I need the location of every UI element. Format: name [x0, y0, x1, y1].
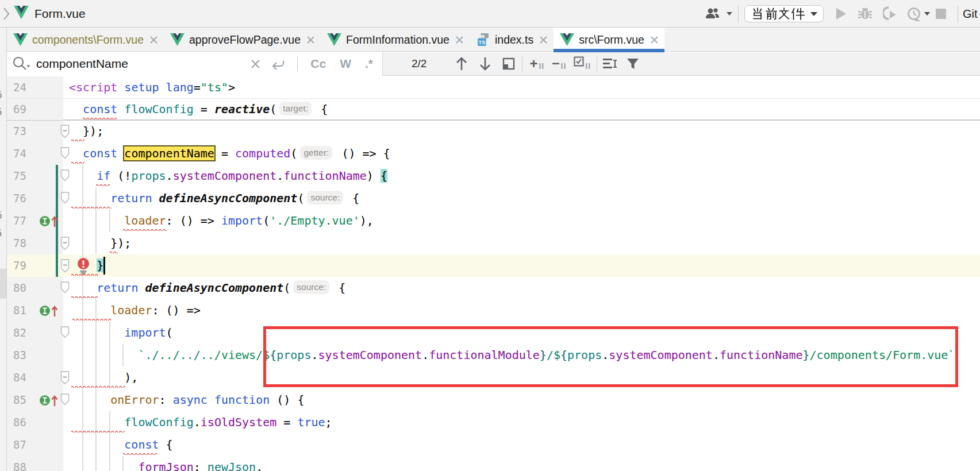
- svg-text:TS: TS: [478, 39, 485, 45]
- clipped-line-number-artifact: 5: [0, 106, 4, 118]
- line-number: 88: [7, 456, 26, 471]
- implement-marker-icon[interactable]: [39, 393, 59, 407]
- stop-icon[interactable]: [935, 8, 947, 20]
- error-squiggle: [83, 117, 117, 119]
- code-line-24[interactable]: <script setup lang="ts">: [69, 76, 235, 98]
- code-line-78[interactable]: });: [69, 232, 131, 254]
- tab-src-Form.vue[interactable]: src\Form.vue: [554, 28, 664, 52]
- run-with-coverage-icon[interactable]: [883, 6, 897, 21]
- error-squiggle: [71, 295, 98, 298]
- error-squiggle: [96, 183, 110, 186]
- search-query-text[interactable]: componentName: [36, 57, 128, 71]
- code-line-74[interactable]: const componentName = computed(getter: (…: [69, 142, 390, 165]
- error-squiggle: [123, 452, 157, 455]
- filter-funnel-icon[interactable]: [627, 57, 639, 70]
- tab-approveFlowPage.vue[interactable]: approveFlowPage.vue: [164, 28, 321, 52]
- error-squiggle: [71, 430, 125, 433]
- line-number: 73: [7, 120, 26, 142]
- profiler-dropdown-caret[interactable]: [924, 12, 930, 16]
- toolbar-right: 当前文件: [689, 0, 980, 28]
- add-occurrence-icon[interactable]: +II: [529, 56, 544, 72]
- match-case-toggle[interactable]: Cc: [310, 57, 326, 71]
- title-bar: Form.vue 当前文件: [0, 0, 980, 28]
- code-line-85[interactable]: onError: async function () {: [69, 389, 304, 411]
- tab-close-icon[interactable]: [149, 36, 158, 44]
- tab-close-icon[interactable]: [539, 36, 548, 44]
- tab-close-icon[interactable]: [650, 36, 659, 44]
- vue-file-icon: [13, 33, 28, 46]
- search-icon: [11, 55, 30, 72]
- clipped-line-number-artifact: 6: [0, 210, 4, 221]
- tab-label: approveFlowPage.vue: [189, 33, 301, 47]
- next-occurrence-icon[interactable]: [479, 56, 491, 71]
- inlay-hint: getter:: [300, 146, 332, 160]
- line-number: 84: [7, 366, 26, 389]
- tab-label: FormInformation.vue: [346, 33, 449, 47]
- search-input[interactable]: componentName Cc W .*: [7, 52, 383, 76]
- clear-search-icon[interactable]: [251, 59, 260, 69]
- error-squiggle: [71, 385, 125, 388]
- vue-file-icon: [560, 33, 574, 46]
- vue-file-icon: [170, 33, 185, 46]
- select-all-occurrences-icon[interactable]: II: [574, 59, 591, 69]
- tab-close-icon[interactable]: [306, 36, 315, 44]
- filter-lines-icon[interactable]: [603, 58, 618, 70]
- debug-icon[interactable]: [858, 6, 873, 21]
- remove-occurrence-icon[interactable]: –II: [552, 56, 566, 72]
- line-number: 78: [7, 232, 26, 254]
- implement-marker-icon[interactable]: [39, 214, 59, 228]
- code-line-80[interactable]: return defineAsyncComponent(source: {: [69, 277, 345, 299]
- run-icon[interactable]: [835, 7, 847, 21]
- code-line-75[interactable]: if (!props.systemComponent.functionName)…: [69, 165, 387, 187]
- newline-icon[interactable]: [271, 57, 286, 71]
- left-tool-stripe: 6565: [0, 28, 7, 471]
- words-toggle[interactable]: W: [340, 57, 351, 71]
- code-line-88[interactable]: formJson: newJson,: [69, 456, 263, 471]
- tab-label: components\Form.vue: [32, 33, 144, 47]
- users-icon[interactable]: [704, 7, 721, 21]
- left-stripe-scroll-thumb: [0, 269, 6, 299]
- line-number: 81: [7, 299, 26, 322]
- clipped-line-number-artifact: 6: [0, 89, 4, 101]
- code-line-82[interactable]: import(: [69, 322, 173, 344]
- vue-file-icon: [14, 6, 29, 21]
- search-divider: [522, 56, 522, 71]
- implement-marker-icon[interactable]: [39, 304, 59, 318]
- ts-file-icon: TS: [476, 33, 490, 47]
- line-number: 80: [7, 277, 26, 299]
- editor-tab-bar: components\Form.vue approveFlowPage.vue …: [7, 28, 980, 52]
- search-bar: componentName Cc W .* 2/2 +II –II: [7, 52, 980, 76]
- code-editor[interactable]: 24<script setup lang="ts">69 const flowC…: [7, 76, 980, 471]
- line-number: 82: [7, 322, 26, 344]
- tab-label: index.ts: [495, 33, 533, 47]
- code-line-76[interactable]: return defineAsyncComponent(source: {: [69, 187, 359, 210]
- sticky-lines-panel: 24<script setup lang="ts">69 const flowC…: [7, 76, 980, 121]
- line-number: 69: [7, 98, 26, 120]
- code-line-77[interactable]: loader: () => import('./Empty.vue'),: [69, 210, 374, 232]
- ide-window: { "window": { "title": "Form.vue", "run_…: [0, 0, 980, 471]
- code-line-87[interactable]: const {: [69, 434, 173, 456]
- tab-components-Form.vue[interactable]: components\Form.vue: [7, 28, 164, 52]
- tab-index.ts[interactable]: TSindex.ts: [470, 28, 554, 52]
- tab-close-icon[interactable]: [455, 36, 464, 44]
- error-squiggle: [110, 250, 118, 253]
- run-configuration-button[interactable]: 当前文件: [744, 5, 824, 22]
- toolbar-divider: [958, 5, 958, 22]
- clipped-line-number-artifact: 5: [0, 227, 4, 239]
- profiler-icon[interactable]: [907, 6, 922, 21]
- current-line-highlight: [7, 254, 980, 277]
- tab-FormInformation.vue[interactable]: FormInformation.vue: [321, 28, 470, 52]
- line-number: 77: [7, 210, 26, 232]
- run-configuration-caret: [810, 12, 817, 16]
- error-squiggle: [71, 273, 98, 276]
- search-in-selection-icon[interactable]: [502, 57, 515, 70]
- line-number: 76: [7, 187, 26, 210]
- previous-occurrence-icon[interactable]: [455, 56, 468, 71]
- window-title: Form.vue: [34, 7, 86, 21]
- line-number: 74: [7, 142, 26, 165]
- search-divider: [597, 56, 597, 71]
- regex-toggle[interactable]: .*: [365, 57, 373, 71]
- git-widget-label[interactable]: Git: [963, 7, 980, 21]
- users-dropdown-caret[interactable]: [727, 12, 732, 16]
- error-squiggle: [71, 161, 85, 164]
